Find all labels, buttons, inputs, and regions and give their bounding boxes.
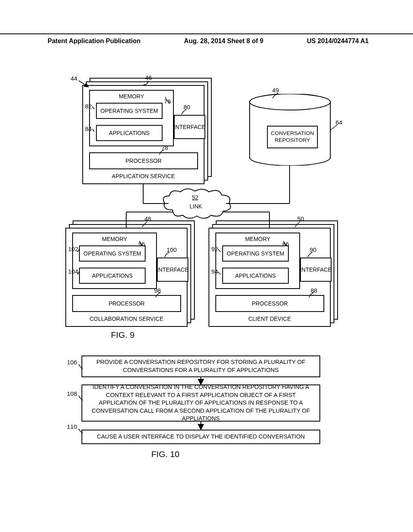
collab-title: COLLABORATION SERVICE	[66, 316, 187, 322]
collab-os-label: OPERATING SYSTEM	[83, 250, 141, 257]
ref-104: 104	[68, 268, 78, 275]
client-title: CLIENT DEVICE	[209, 316, 330, 322]
app-apps-label: APPLICATIONS	[109, 130, 150, 136]
client-os-box: OPERATING SYSTEM	[222, 245, 289, 262]
ref-64: 64	[336, 119, 342, 126]
collab-box: MEMORY OPERATING SYSTEM APPLICATIONS INT…	[65, 228, 188, 327]
app-processor-label: PROCESSOR	[125, 158, 161, 164]
collab-interface-label: INTERFACE	[157, 266, 189, 273]
ref-80: 80	[184, 104, 190, 110]
ref-49: 49	[272, 87, 279, 94]
ref-44: 44	[71, 75, 77, 82]
ref-106: 106	[67, 359, 77, 366]
client-processor-box: PROCESSOR	[215, 295, 324, 312]
client-box: MEMORY OPERATING SYSTEM APPLICATIONS INT…	[209, 228, 331, 327]
client-interface-box: INTERFACE	[300, 258, 332, 282]
step-106-text: PROVIDE A CONVERSATION REPOSITORY FOR ST…	[86, 358, 315, 374]
client-interface-label: INTERFACE	[300, 266, 332, 273]
ref-50: 50	[297, 215, 304, 222]
ref-108: 108	[67, 390, 77, 397]
ref-102: 102	[68, 245, 78, 252]
ref-90: 90	[310, 246, 317, 253]
fig9-title: FIG. 9	[111, 330, 134, 340]
app-memory-label: MEMORY	[90, 93, 173, 100]
app-service-title: APPLICATION SERVICE	[83, 173, 204, 179]
ref-94: 94	[211, 268, 218, 275]
link-cloud: 52 LINK	[161, 188, 233, 220]
link-ref: 52	[192, 194, 198, 201]
step-110-box: CAUSE A USER INTERFACE TO DISPLAY THE ID…	[81, 430, 320, 444]
client-os-label: OPERATING SYSTEM	[227, 250, 284, 257]
collab-os-box: OPERATING SYSTEM	[79, 245, 146, 262]
ref-96: 96	[138, 241, 145, 247]
ref-76: 76	[164, 98, 171, 105]
app-memory-box: MEMORY OPERATING SYSTEM APPLICATIONS	[89, 90, 174, 146]
ref-92: 92	[211, 245, 218, 252]
ref-110: 110	[67, 423, 77, 430]
client-processor-label: PROCESSOR	[252, 300, 288, 307]
ref-88: 88	[311, 287, 317, 294]
collab-apps-label: APPLICATIONS	[92, 272, 133, 279]
app-os-box: OPERATING SYSTEM	[96, 103, 163, 119]
ref-46: 46	[145, 74, 152, 81]
client-apps-box: APPLICATIONS	[222, 268, 289, 284]
ref-84: 84	[85, 125, 92, 132]
ref-82: 82	[85, 103, 92, 110]
client-apps-label: APPLICATIONS	[235, 272, 276, 279]
svg-point-1	[250, 94, 330, 110]
app-processor-box: PROCESSOR	[89, 152, 198, 169]
ref-98: 98	[154, 287, 161, 294]
app-interface-box: INTERFACE	[174, 115, 205, 139]
step-108-box: IDENTIFY A CONVERSATION IN THE CONVERSAT…	[81, 384, 320, 422]
collab-apps-box: APPLICATIONS	[79, 268, 146, 284]
collab-interface-box: INTERFACE	[157, 258, 188, 282]
step-108-text: IDENTIFY A CONVERSATION IN THE CONVERSAT…	[86, 383, 315, 423]
step-110-text: CAUSE A USER INTERFACE TO DISPLAY THE ID…	[97, 433, 305, 441]
app-interface-label: INTERFACE	[174, 124, 206, 130]
ref-86: 86	[282, 241, 289, 247]
step-106-box: PROVIDE A CONVERSATION REPOSITORY FOR ST…	[81, 355, 320, 377]
app-apps-box: APPLICATIONS	[96, 125, 163, 141]
app-service-box: MEMORY OPERATING SYSTEM APPLICATIONS INT…	[82, 85, 204, 184]
repo-cylinder: CONVERSATION REPOSITORY	[248, 94, 332, 166]
link-label: LINK	[190, 203, 202, 210]
collab-processor-label: PROCESSOR	[108, 300, 144, 307]
repo-inner-box: CONVERSATION REPOSITORY	[267, 126, 318, 148]
fig10-title: FIG. 10	[151, 449, 179, 459]
ref-78: 78	[161, 144, 168, 151]
app-os-label: OPERATING SYSTEM	[100, 108, 158, 114]
ref-48: 48	[144, 215, 151, 222]
repo-label: CONVERSATION REPOSITORY	[268, 130, 317, 144]
figure-9: MEMORY OPERATING SYSTEM APPLICATIONS INT…	[0, 0, 413, 532]
collab-processor-box: PROCESSOR	[72, 295, 181, 312]
ref-100: 100	[167, 246, 177, 253]
